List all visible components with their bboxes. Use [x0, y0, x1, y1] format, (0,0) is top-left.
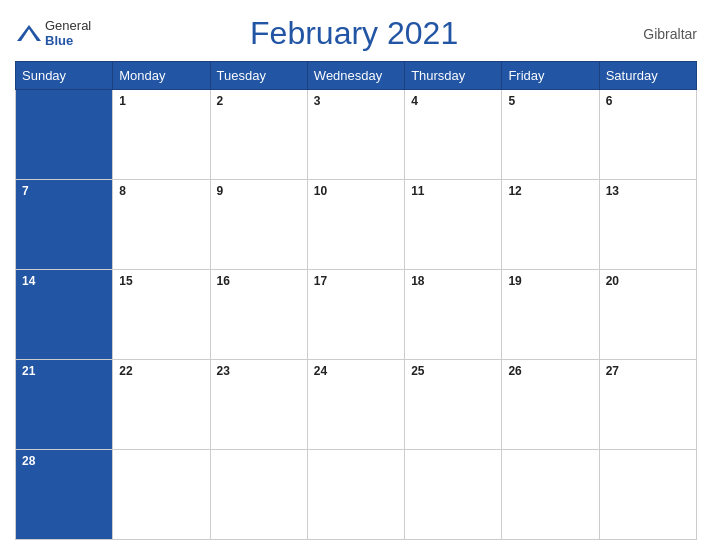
- calendar-cell: 21: [16, 360, 113, 450]
- day-number: 1: [119, 94, 126, 108]
- calendar-cell: 7: [16, 180, 113, 270]
- weekday-header-friday: Friday: [502, 62, 599, 90]
- calendar-cell: [307, 450, 404, 540]
- calendar-cell: 16: [210, 270, 307, 360]
- day-number: 13: [606, 184, 619, 198]
- calendar-cell: 27: [599, 360, 696, 450]
- weekday-header-saturday: Saturday: [599, 62, 696, 90]
- weekday-header-wednesday: Wednesday: [307, 62, 404, 90]
- day-number: 28: [22, 454, 35, 468]
- day-number: 27: [606, 364, 619, 378]
- weekday-header-monday: Monday: [113, 62, 210, 90]
- calendar-cell: 5: [502, 90, 599, 180]
- day-number: 15: [119, 274, 132, 288]
- day-number: 16: [217, 274, 230, 288]
- calendar-cell: 8: [113, 180, 210, 270]
- day-number: 7: [22, 184, 29, 198]
- day-number: 21: [22, 364, 35, 378]
- day-number: 17: [314, 274, 327, 288]
- generalblue-icon: [15, 23, 43, 45]
- calendar-cell: 1: [113, 90, 210, 180]
- day-number: 18: [411, 274, 424, 288]
- weekday-header-tuesday: Tuesday: [210, 62, 307, 90]
- week-row-0: 123456: [16, 90, 697, 180]
- week-row-1: 78910111213: [16, 180, 697, 270]
- calendar-cell: 9: [210, 180, 307, 270]
- week-row-2: 14151617181920: [16, 270, 697, 360]
- calendar-cell: 10: [307, 180, 404, 270]
- day-number: 24: [314, 364, 327, 378]
- day-number: 20: [606, 274, 619, 288]
- day-number: 25: [411, 364, 424, 378]
- day-number: 12: [508, 184, 521, 198]
- month-year-title: February 2021: [91, 15, 617, 52]
- calendar-cell: 25: [405, 360, 502, 450]
- week-row-4: 28: [16, 450, 697, 540]
- calendar-cell: 4: [405, 90, 502, 180]
- day-number: 14: [22, 274, 35, 288]
- weekday-header-sunday: Sunday: [16, 62, 113, 90]
- calendar-cell: 23: [210, 360, 307, 450]
- logo-blue-text: Blue: [45, 34, 91, 48]
- day-number: 22: [119, 364, 132, 378]
- calendar-cell: 15: [113, 270, 210, 360]
- calendar-cell: 17: [307, 270, 404, 360]
- calendar-cell: 13: [599, 180, 696, 270]
- calendar-cell: 22: [113, 360, 210, 450]
- day-number: 5: [508, 94, 515, 108]
- day-number: 9: [217, 184, 224, 198]
- logo-general-text: General: [45, 19, 91, 33]
- day-number: 26: [508, 364, 521, 378]
- day-number: 23: [217, 364, 230, 378]
- calendar-cell: 6: [599, 90, 696, 180]
- logo-area: General Blue: [15, 19, 91, 48]
- calendar-cell: 2: [210, 90, 307, 180]
- calendar-cell: 12: [502, 180, 599, 270]
- calendar-cell: 11: [405, 180, 502, 270]
- calendar-cell: 26: [502, 360, 599, 450]
- day-number: 6: [606, 94, 613, 108]
- calendar-cell: 14: [16, 270, 113, 360]
- calendar-table: SundayMondayTuesdayWednesdayThursdayFrid…: [15, 61, 697, 540]
- calendar-cell: 20: [599, 270, 696, 360]
- calendar-cell: [502, 450, 599, 540]
- day-number: 10: [314, 184, 327, 198]
- header: General Blue February 2021 Gibraltar: [15, 10, 697, 57]
- calendar-cell: 19: [502, 270, 599, 360]
- week-row-3: 21222324252627: [16, 360, 697, 450]
- country-label: Gibraltar: [617, 26, 697, 42]
- calendar-cell: [113, 450, 210, 540]
- calendar-cell: 28: [16, 450, 113, 540]
- day-number: 3: [314, 94, 321, 108]
- calendar-cell: [16, 90, 113, 180]
- weekday-header-thursday: Thursday: [405, 62, 502, 90]
- calendar-cell: [599, 450, 696, 540]
- calendar-cell: 24: [307, 360, 404, 450]
- weekday-header-row: SundayMondayTuesdayWednesdayThursdayFrid…: [16, 62, 697, 90]
- day-number: 2: [217, 94, 224, 108]
- calendar-cell: 3: [307, 90, 404, 180]
- calendar-cell: 18: [405, 270, 502, 360]
- calendar-cell: [210, 450, 307, 540]
- day-number: 4: [411, 94, 418, 108]
- calendar-cell: [405, 450, 502, 540]
- day-number: 19: [508, 274, 521, 288]
- day-number: 8: [119, 184, 126, 198]
- day-number: 11: [411, 184, 424, 198]
